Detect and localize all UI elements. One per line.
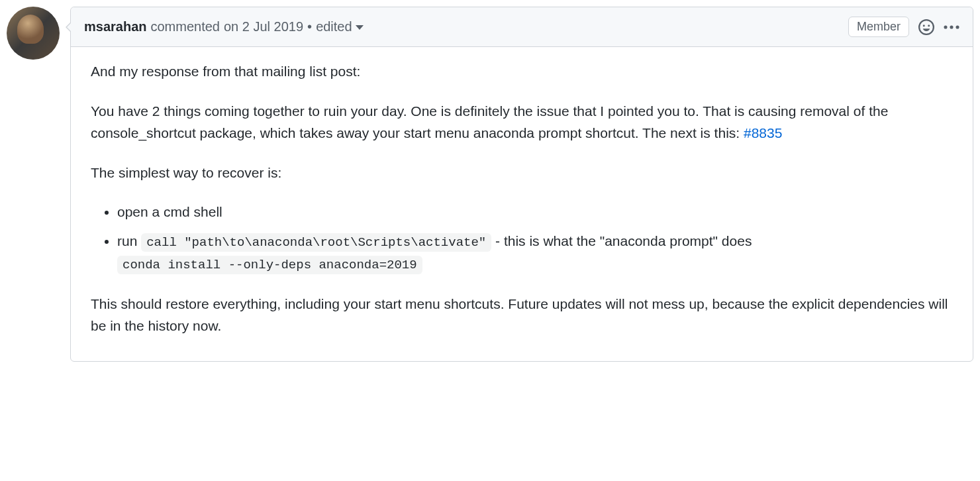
paragraph: This should restore everything, includin… [91,293,953,337]
steps-list: open a cmd shell run call "path\to\anaco… [91,201,953,275]
kebab-icon[interactable] [944,19,959,35]
list-item: open a cmd shell [117,201,953,223]
edited-dropdown[interactable]: edited [316,19,364,34]
avatar[interactable] [7,7,60,60]
list-item: run call "path\to\anaconda\root\Scripts\… [117,230,953,276]
text: run [117,233,141,248]
comment-header: msarahan commented on 2 Jul 2019 • edite… [71,7,973,47]
issue-link[interactable]: #8835 [744,125,782,140]
paragraph: You have 2 things coming together to rui… [91,100,953,144]
comment-body: And my response from that mailing list p… [71,47,973,361]
svg-point-2 [956,25,959,28]
text: - this is what the "anaconda prompt" doe… [491,233,752,248]
comment-meta: msarahan commented on 2 Jul 2019 • edite… [84,19,364,34]
paragraph: The simplest way to recover is: [91,162,953,184]
emoji-icon[interactable] [918,19,934,35]
comment-container: msarahan commented on 2 Jul 2019 • edite… [7,7,973,362]
dot-separator: • [307,19,312,34]
chevron-down-icon [356,25,364,30]
member-badge: Member [848,17,909,37]
author-link[interactable]: msarahan [84,19,147,34]
svg-point-0 [944,25,947,28]
code-inline: call "path\to\anaconda\root\Scripts\acti… [141,233,491,252]
timestamp-link[interactable]: on 2 Jul 2019 [224,19,303,34]
edited-label: edited [316,19,352,34]
comment-box: msarahan commented on 2 Jul 2019 • edite… [70,7,973,362]
commented-label: commented [151,19,220,34]
svg-point-1 [950,25,953,28]
comment-actions: Member [848,17,959,37]
code-inline: conda install --only-deps anaconda=2019 [117,256,422,274]
paragraph: And my response from that mailing list p… [91,60,953,83]
